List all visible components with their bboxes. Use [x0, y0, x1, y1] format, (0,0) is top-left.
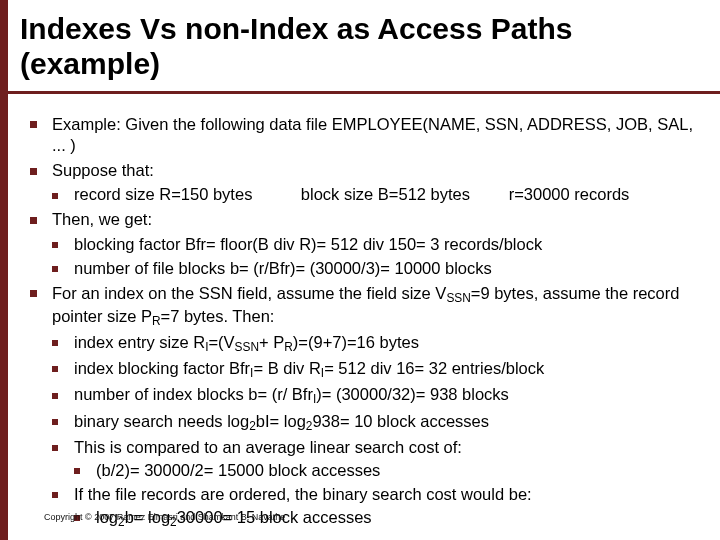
- bullet-record-size: record size R=150 bytes block size B=512…: [30, 184, 704, 205]
- bullet-index-assume: For an index on the SSN field, assume th…: [30, 283, 704, 329]
- bullet-index-blocking-factor: index blocking factor BfrI= B div RI= 51…: [30, 358, 704, 381]
- bullet-if-ordered: If the file records are ordered, the bin…: [30, 484, 704, 505]
- bullet-file-blocks: number of file blocks b= (r/Bfr)= (30000…: [30, 258, 704, 279]
- bullet-suppose: Suppose that:: [30, 160, 704, 181]
- bullet-then: Then, we get:: [30, 209, 704, 230]
- slide: { "title": "Indexes Vs non-Index as Acce…: [0, 0, 720, 540]
- left-accent-bar: [0, 0, 8, 540]
- slide-title: Indexes Vs non-Index as Access Paths (ex…: [0, 0, 720, 91]
- bullet-index-entry-size: index entry size RI=(VSSN+ PR)=(9+7)=16 …: [30, 332, 704, 355]
- bullet-index-blocks: number of index blocks b= (r/ BfrI)= (30…: [30, 384, 704, 407]
- bullet-example: Example: Given the following data file E…: [30, 114, 704, 156]
- copyright: Copyright © 2007 Ramez Elmasri and Shamk…: [44, 512, 285, 522]
- block-size: block size B=512 bytes: [301, 184, 509, 205]
- bullet-compared: This is compared to an average linear se…: [30, 437, 704, 458]
- record-size: record size R=150 bytes: [74, 184, 301, 205]
- bullet-linear-cost: (b/2)= 30000/2= 15000 block accesses: [30, 460, 704, 481]
- num-records: r=30000 records: [509, 184, 704, 205]
- bullet-binary-search: binary search needs log2bI= log2938= 10 …: [30, 411, 704, 434]
- slide-content: Example: Given the following data file E…: [0, 94, 720, 530]
- bullet-blocking-factor: blocking factor Bfr= floor(B div R)= 512…: [30, 234, 704, 255]
